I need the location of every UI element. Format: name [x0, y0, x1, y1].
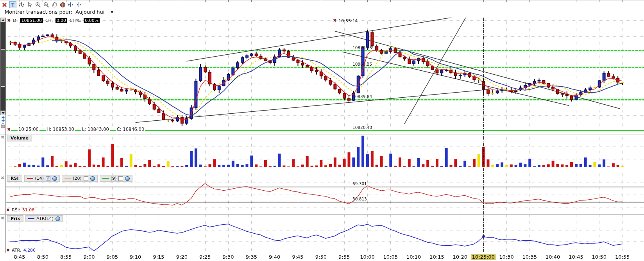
change-pct-label: CH%: — [70, 18, 81, 23]
x-axis-label: 9:25 — [199, 254, 211, 260]
rsi-20-label: (20) — [73, 176, 82, 181]
x-axis-label: 9:30 — [222, 254, 234, 260]
last-value: 10851.00 — [20, 18, 43, 23]
compress-bars-button[interactable] — [76, 2, 82, 8]
arrow-down-icon — [2, 112, 5, 114]
atr-line-swatch — [28, 218, 34, 219]
x-axis-label: 10:35 — [522, 254, 537, 260]
rsi-14-line-swatch — [27, 178, 33, 179]
close-rsi-panel-icon[interactable]: ✖ — [1, 175, 4, 181]
rsi-series-9-legend: (9) — [100, 175, 133, 182]
close-rsi-readout-icon[interactable]: ✖ — [6, 208, 10, 212]
zoom-in-button[interactable] — [35, 2, 41, 8]
last-label: D: — [13, 18, 18, 23]
x-axis-label: 8:50 — [37, 254, 48, 260]
close-status-icon[interactable]: ✖ — [6, 127, 11, 132]
rsi-14-label: (14) — [35, 176, 44, 181]
close-quote-icon[interactable]: ✖ — [7, 18, 11, 23]
rsi-14-settings-icon[interactable] — [52, 176, 57, 181]
close-button[interactable] — [1, 2, 7, 8]
atr-series-label: ATR(14) — [36, 216, 54, 221]
status-high: H: 10853.00 — [46, 127, 75, 132]
status-low: L: 10843.00 — [81, 127, 110, 132]
x-axis-label: 9:15 — [153, 254, 164, 260]
rsi-9-settings-icon[interactable] — [125, 176, 130, 181]
x-axis-label: 10:05 — [383, 254, 398, 260]
change-label: CH: — [45, 18, 53, 23]
rsi-20-checkbox[interactable] — [84, 176, 88, 181]
filter-value: Aujourd'hui — [75, 9, 104, 15]
x-axis-label: 10:00 — [360, 254, 374, 260]
pan-tool-button[interactable] — [51, 2, 57, 8]
status-time: 10:25:00 — [18, 127, 39, 132]
x-axis-label: 10:40 — [546, 254, 560, 260]
scroll-up-button[interactable] — [0, 18, 5, 22]
filter-label: Montrer transactions pour: — [5, 9, 72, 15]
time-axis: 8:458:508:559:009:059:109:159:209:259:30… — [0, 254, 644, 261]
lock-icon[interactable] — [1, 122, 5, 130]
x-axis-label: 10:30 — [499, 254, 513, 260]
x-axis-label: 9:55 — [338, 254, 350, 260]
atr-settings-icon[interactable] — [55, 216, 60, 221]
x-axis-label: 10:45 — [569, 254, 583, 260]
cursor-time-value: 10:55:14 — [338, 18, 358, 23]
x-axis-label: 10:20 — [453, 254, 467, 260]
bars-tool-button[interactable] — [18, 2, 25, 8]
atr-series-legend: ATR(14) — [25, 215, 63, 222]
rsi-readout-value: 31.08 — [22, 207, 35, 213]
scroll-down-button[interactable] — [0, 111, 5, 115]
rsi-14-checkbox[interactable]: ✔ — [46, 176, 50, 181]
rsi-panel-title: RSI — [7, 175, 22, 182]
rsi-series-20-legend: (20) — [62, 175, 98, 182]
cursor-tool-button[interactable] — [27, 2, 33, 8]
vertical-scrollbar[interactable] — [0, 18, 5, 115]
rsi-20-line-swatch — [64, 178, 71, 179]
trading-app-window: Montrer transactions pour: Aujourd'hui ▼… — [0, 0, 644, 261]
x-axis-label: 10:50 — [592, 254, 606, 260]
zoom-out-button[interactable] — [43, 2, 49, 8]
rsi-lower-level-label: 30.813 — [352, 197, 367, 201]
x-axis-label: 9:40 — [269, 254, 280, 260]
close-atr-panel-icon[interactable]: ✖ — [1, 216, 4, 221]
text-tool-button[interactable] — [9, 1, 16, 8]
atr-readout-value: 4.286 — [23, 248, 36, 253]
atr-readout-label: ATR: — [12, 248, 21, 253]
scrollbar-thumb[interactable] — [1, 49, 5, 87]
close-cursor-time-icon[interactable]: ✖ — [333, 18, 336, 23]
price-level-label: 10839.84 — [352, 94, 372, 99]
rsi-9-label: (9) — [111, 176, 117, 181]
change-pct-value: 0.00% — [84, 18, 100, 23]
close-atr-readout-icon[interactable]: ✖ — [6, 248, 10, 252]
rsi-9-line-swatch — [102, 178, 109, 179]
expand-bars-button[interactable] — [68, 2, 74, 8]
volume-panel-title: Volume — [7, 135, 32, 141]
atr-readout: ✖ ATR: 4.286 — [6, 248, 36, 253]
selected-bar-status: ✖ 10:25:00 H: 10853.00 L: 10843.00 C: 10… — [6, 127, 145, 132]
x-axis-label: 10:25:00 — [470, 254, 496, 260]
crosshair-tool-button[interactable] — [59, 2, 66, 8]
x-axis-label: 9:00 — [83, 254, 95, 260]
x-axis-label: 8:55 — [60, 254, 72, 260]
x-axis-label: 10:15 — [429, 254, 444, 260]
x-axis-label: 9:20 — [176, 254, 188, 260]
x-axis-label: 9:50 — [315, 254, 327, 260]
x-axis-label: 9:10 — [130, 254, 141, 260]
chevron-down-icon: ▼ — [111, 10, 113, 14]
atr-panel-title: Prix — [7, 215, 23, 222]
rsi-20-settings-icon[interactable] — [90, 176, 95, 181]
change-value: 0.00 — [55, 18, 68, 23]
x-axis-label: 10:55 — [615, 254, 630, 260]
cursor-time-readout: ✖ 10:55:14 — [333, 18, 358, 23]
price-level-label: 10870.83 — [352, 45, 372, 50]
transactions-filter-dropdown[interactable]: Aujourd'hui ▼ — [75, 9, 113, 15]
rsi-upper-level-label: 69.301 — [352, 181, 367, 186]
arrow-up-icon — [2, 19, 5, 21]
rsi-series-14-legend: (14) ✔ — [24, 175, 60, 182]
chart-toolbar — [1, 1, 82, 8]
x-axis-label: 8:45 — [14, 254, 25, 260]
price-level-label: 10860.35 — [352, 62, 372, 66]
x-axis-label: 10:10 — [406, 254, 421, 260]
close-volume-panel-icon[interactable]: ✖ — [1, 135, 4, 140]
rsi-9-checkbox[interactable] — [118, 176, 123, 181]
x-axis-label: 9:35 — [246, 254, 257, 260]
